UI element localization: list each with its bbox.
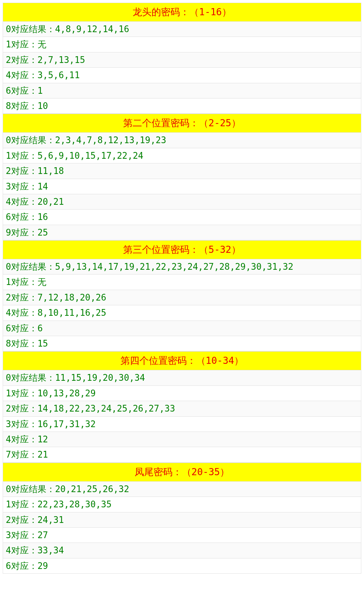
section-header: 第二个位置密码：（2-25） bbox=[3, 114, 361, 133]
data-row: 3对应：27 bbox=[3, 528, 361, 543]
data-row: 3对应：14 bbox=[3, 179, 361, 194]
data-row: 4对应：12 bbox=[3, 432, 361, 447]
section-5: 凤尾密码：（20-35） 0对应结果：20,21,25,26,32 1对应：22… bbox=[3, 463, 361, 574]
data-row: 2对应：7,12,18,20,26 bbox=[3, 290, 361, 305]
data-row: 3对应：16,17,31,32 bbox=[3, 417, 361, 432]
data-row: 0对应结果：11,15,19,20,30,34 bbox=[3, 370, 361, 386]
data-row: 9对应：25 bbox=[3, 225, 361, 240]
data-row: 0对应结果：2,3,4,7,8,12,13,19,23 bbox=[3, 133, 361, 148]
data-row: 0对应结果：4,8,9,12,14,16 bbox=[3, 22, 361, 37]
main-container: 龙头的密码：（1-16） 0对应结果：4,8,9,12,14,16 1对应：无 … bbox=[0, 0, 364, 576]
data-row: 4对应：8,10,11,16,25 bbox=[3, 305, 361, 321]
data-row: 0对应结果：5,9,13,14,17,19,21,22,23,24,27,28,… bbox=[3, 259, 361, 274]
data-row: 4对应：3,5,6,11 bbox=[3, 68, 361, 83]
data-row: 7对应：21 bbox=[3, 447, 361, 462]
section-header: 龙头的密码：（1-16） bbox=[3, 3, 361, 22]
data-row: 6对应：16 bbox=[3, 210, 361, 225]
data-row: 1对应：10,13,28,29 bbox=[3, 386, 361, 401]
data-row: 1对应：5,6,9,10,15,17,22,24 bbox=[3, 148, 361, 163]
section-1: 龙头的密码：（1-16） 0对应结果：4,8,9,12,14,16 1对应：无 … bbox=[3, 3, 361, 114]
data-row: 2对应：24,31 bbox=[3, 512, 361, 528]
data-row: 6对应：29 bbox=[3, 558, 361, 574]
data-row: 1对应：无 bbox=[3, 37, 361, 52]
data-row: 4对应：33,34 bbox=[3, 543, 361, 558]
data-row: 4对应：20,21 bbox=[3, 194, 361, 210]
data-row: 8对应：10 bbox=[3, 98, 361, 114]
data-row: 6对应：1 bbox=[3, 83, 361, 98]
section-header: 第三个位置密码：（5-32） bbox=[3, 240, 361, 259]
data-row: 6对应：6 bbox=[3, 321, 361, 336]
section-header: 凤尾密码：（20-35） bbox=[3, 463, 361, 482]
section-4: 第四个位置密码：（10-34） 0对应结果：11,15,19,20,30,34 … bbox=[3, 351, 361, 462]
data-row: 8对应：15 bbox=[3, 336, 361, 351]
data-row: 2对应：14,18,22,23,24,25,26,27,33 bbox=[3, 401, 361, 416]
section-2: 第二个位置密码：（2-25） 0对应结果：2,3,4,7,8,12,13,19,… bbox=[3, 114, 361, 240]
data-row: 2对应：2,7,13,15 bbox=[3, 52, 361, 68]
section-header: 第四个位置密码：（10-34） bbox=[3, 351, 361, 370]
data-row: 1对应：22,23,28,30,35 bbox=[3, 497, 361, 512]
data-row: 0对应结果：20,21,25,26,32 bbox=[3, 482, 361, 497]
data-row: 1对应：无 bbox=[3, 274, 361, 290]
section-3: 第三个位置密码：（5-32） 0对应结果：5,9,13,14,17,19,21,… bbox=[3, 240, 361, 351]
data-row: 2对应：11,18 bbox=[3, 163, 361, 179]
